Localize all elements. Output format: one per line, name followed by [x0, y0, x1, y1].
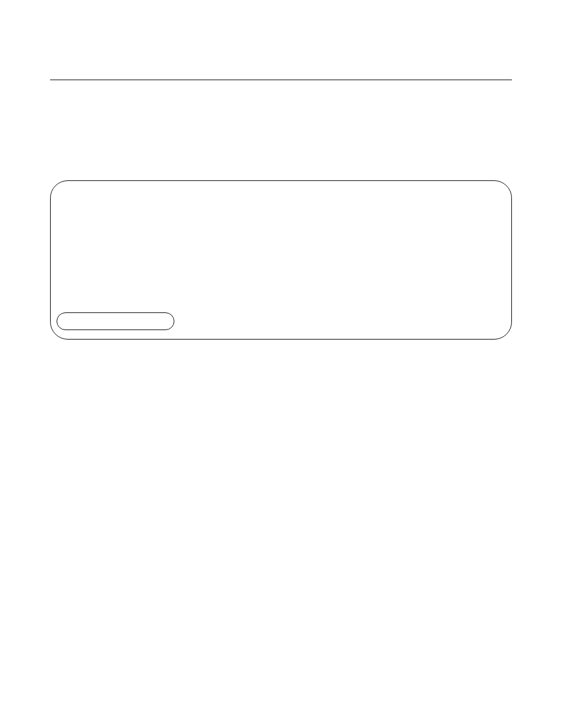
- document-page: [0, 0, 562, 340]
- header-divider: [50, 80, 512, 80]
- inner-pill-shape: [57, 312, 174, 330]
- content-box: [50, 180, 512, 340]
